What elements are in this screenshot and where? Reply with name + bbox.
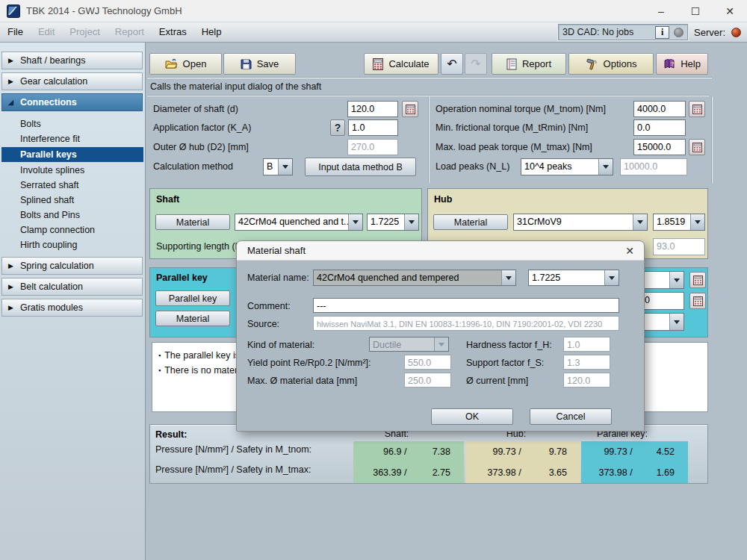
sidebar-item-bolts[interactable]: Bolts (0, 116, 145, 131)
cancel-button[interactable]: Cancel (530, 408, 612, 425)
kind-of-material-value: Ductile (370, 337, 434, 351)
sidebar-section-spring-calculation[interactable]: ▶ Spring calculation (1, 257, 143, 275)
expanded-triangle-icon: ◢ (8, 99, 13, 106)
shaft-material-button[interactable]: Material (155, 214, 230, 230)
info-icon[interactable]: i (655, 26, 669, 39)
kind-of-material-select: Ductile (369, 337, 449, 352)
support-factor-label: Support factor f_S: (466, 355, 544, 371)
material-number-value: 1.7225 (529, 270, 604, 285)
load-peaks-select[interactable]: 10^4 peaks (521, 158, 613, 175)
chevron-down-icon[interactable] (604, 270, 619, 285)
safety-value: 7.38 (414, 447, 464, 457)
source-input: hlwissen NaviMat 3.1, DIN EN 10083-1:199… (313, 316, 619, 331)
calculate-button[interactable]: Calculate (364, 53, 438, 75)
sidebar-item-hirth-coupling[interactable]: Hirth coupling (0, 237, 145, 252)
pressure-value: 99.73 / (465, 447, 529, 457)
frictional-torque-input[interactable]: 0.0 (633, 119, 686, 136)
result-row-label: Pressure [N/mm²] / Safety in M_tnom: (155, 444, 311, 455)
chevron-down-icon[interactable] (348, 214, 362, 230)
nominal-torque-input[interactable]: 4000.0 (633, 101, 686, 117)
support-factor-input: 1.3 (563, 355, 610, 370)
application-factor-input[interactable]: 1.0 (348, 119, 398, 136)
bullet-icon: ▪ (158, 367, 161, 374)
sidebar-item-interference-fit[interactable]: Interference fit (0, 131, 145, 146)
ok-button[interactable]: OK (431, 408, 513, 425)
save-button[interactable]: Save (223, 53, 296, 75)
result-parallel-key-values: 99.73 /4.52 373.98 /1.69 (581, 441, 688, 483)
comment-input[interactable]: --- (313, 298, 619, 313)
shaft-material-number-select[interactable]: 1.7225 (367, 214, 419, 231)
menu-file[interactable]: File (0, 22, 31, 42)
close-icon[interactable]: ✕ (713, 0, 747, 22)
pressure-value: 99.73 / (581, 447, 640, 457)
peak-torque-input[interactable]: 15000.0 (633, 139, 686, 155)
parallel-key-button[interactable]: Parallel key (155, 290, 230, 306)
peak-torque-calculator-button[interactable] (689, 139, 705, 155)
sidebar-section-shaft-bearings[interactable]: ▶ Shaft / bearings (1, 52, 143, 69)
dialog-title: Material shaft (247, 245, 306, 256)
dialog-titlebar[interactable]: Material shaft ✕ (237, 241, 644, 261)
sidebar-item-serrated-shaft[interactable]: Serrated shaft (0, 178, 145, 193)
cad-status-box: 3D CAD: No jobs i (558, 24, 688, 40)
sidebar-item-involute-splines[interactable]: Involute splines (0, 163, 145, 178)
sidebar-section-gratis-modules[interactable]: ▶ Gratis modules (1, 299, 143, 317)
load-peaks-label: Load peaks (N_L) (436, 158, 509, 175)
sidebar-section-connections[interactable]: ◢ Connections (1, 93, 143, 111)
chevron-down-icon[interactable] (404, 214, 418, 230)
menu-extras[interactable]: Extras (152, 22, 194, 42)
sidebar-section-label: Gear calculation (20, 76, 87, 87)
diameter-input[interactable]: 120.0 (347, 101, 398, 117)
source-label: Source: (247, 316, 279, 332)
chevron-down-icon[interactable] (669, 272, 684, 288)
chevron-down-icon[interactable] (278, 159, 292, 175)
undo-button[interactable]: ↶ (441, 53, 463, 75)
diameter-calculator-button[interactable] (402, 101, 418, 117)
sidebar-section-belt-calculation[interactable]: ▶ Belt calculation (1, 278, 143, 296)
shaft-material-select[interactable]: 42CrMo4 quenched and t... (235, 214, 363, 231)
shaft-material-value: 42CrMo4 quenched and t... (235, 214, 348, 230)
help-button[interactable]: ? Help (656, 53, 708, 75)
chevron-down-icon[interactable] (633, 214, 647, 230)
options-label: Options (604, 58, 637, 69)
options-button[interactable]: Options (568, 53, 654, 75)
chevron-down-icon[interactable] (669, 314, 684, 330)
hub-material-number-select[interactable]: 1.8519 (653, 214, 705, 231)
sidebar-item-clamp-connection[interactable]: Clamp connection (0, 223, 145, 237)
parallel-key-material-button[interactable]: Material (155, 311, 230, 326)
collapsed-triangle-icon: ▶ (8, 262, 13, 270)
report-button[interactable]: Report (492, 53, 566, 75)
sidebar-item-bolts-and-pins[interactable]: Bolts and Pins (0, 208, 145, 223)
application-factor-help-button[interactable]: ? (330, 119, 345, 136)
sidebar-item-parallel-keys[interactable]: Parallel keys (1, 147, 143, 162)
hub-material-button[interactable]: Material (433, 214, 508, 230)
minimize-icon[interactable]: – (644, 0, 678, 22)
maximize-icon[interactable]: ☐ (678, 0, 713, 22)
menu-help[interactable]: Help (194, 22, 229, 42)
report-document-icon (506, 58, 517, 70)
sidebar: ▶ Shaft / bearings ▶ Gear calculation ◢ … (0, 43, 146, 560)
help-book-icon: ? (663, 58, 675, 69)
menubar: File Edit Project Report Extras Help 3D … (0, 22, 747, 43)
dialog-close-icon[interactable]: ✕ (625, 245, 634, 257)
form-top-divider (147, 95, 709, 96)
material-name-select[interactable]: 42CrMo4 quenched and tempered (313, 270, 516, 286)
max-diameter-label: Max. Ø material data [mm] (247, 373, 357, 389)
input-data-method-b-button[interactable]: Input data method B (305, 158, 416, 176)
calculation-method-label: Calculation method (153, 158, 233, 175)
chevron-down-icon[interactable] (598, 159, 613, 175)
sidebar-item-splined-shaft[interactable]: Splined shaft (0, 193, 145, 208)
hub-material-select[interactable]: 31CrMoV9 (513, 214, 648, 231)
yield-point-label: Yield point Re/Rp0.2 [N/mm²]: (247, 355, 371, 371)
nominal-torque-calculator-button[interactable] (689, 101, 705, 117)
parallel-key-length-calculator-button[interactable] (689, 293, 706, 309)
open-button[interactable]: Open (149, 53, 222, 75)
chevron-down-icon[interactable] (501, 270, 515, 285)
undo-icon: ↶ (447, 57, 456, 71)
material-number-select[interactable]: 1.7225 (528, 270, 619, 286)
calculation-method-select[interactable]: B (263, 158, 293, 175)
chevron-down-icon[interactable] (690, 214, 704, 230)
sidebar-section-gear-calculation[interactable]: ▶ Gear calculation (1, 72, 143, 90)
parallel-key-calculator-button[interactable] (689, 272, 706, 288)
outer-hub-diameter-label: Outer Ø hub (D2) [mm] (153, 139, 249, 155)
sidebar-section-label: Gratis modules (20, 302, 83, 313)
